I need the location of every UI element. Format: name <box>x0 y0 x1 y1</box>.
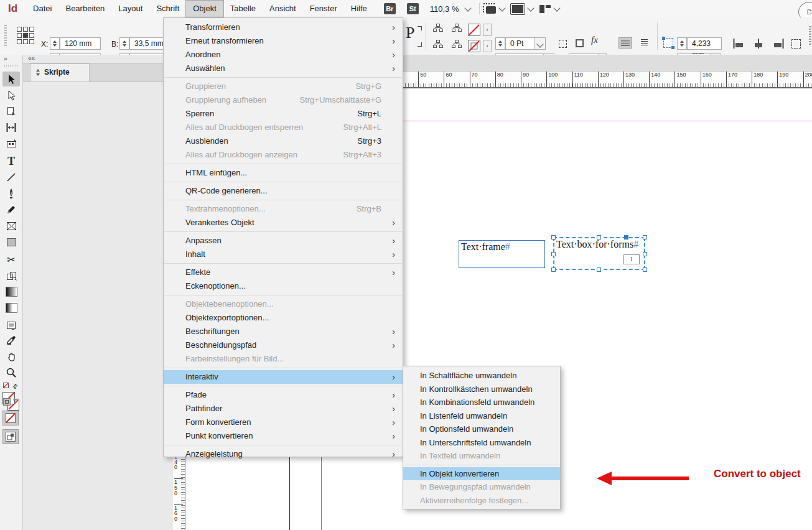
selection-handle[interactable] <box>597 267 601 272</box>
align-left-button[interactable] <box>733 39 744 49</box>
content-collector-tool[interactable] <box>2 136 20 151</box>
menu-item-alles-auf-druckbogen-entsperren[interactable]: Alles auf Druckbogen entsperrenStrg+Alt+… <box>164 121 403 134</box>
direct-selection-tool[interactable] <box>2 88 20 103</box>
menu-item-eckenoptionen[interactable]: Eckenoptionen... <box>164 279 403 293</box>
menu-item-verankertes-objekt[interactable]: Verankertes Objekt› <box>164 216 403 230</box>
menu-item-transformieren[interactable]: Transformieren› <box>164 21 403 34</box>
menubar-item-fenster[interactable]: Fenster <box>303 1 344 17</box>
submenu-item-in-kontrollkästchen-umwandeln[interactable]: In Kontrollkästchen umwandeln <box>403 383 560 396</box>
tab-skripte[interactable]: Skripte <box>30 63 90 81</box>
formatting-toggle[interactable]: T <box>3 397 18 407</box>
menu-item-beschneidungspfad[interactable]: Beschneidungspfad› <box>164 338 403 352</box>
corner-shape-icon[interactable] <box>576 39 584 47</box>
screen-mode-dropdown[interactable] <box>511 4 533 14</box>
type-tool[interactable]: T <box>2 154 20 169</box>
expand-panel-icon[interactable]: » <box>4 55 7 62</box>
collapse-panels-icon[interactable]: «« <box>28 55 35 62</box>
free-transform-tool[interactable] <box>2 268 20 283</box>
form-text-field-frame[interactable]: Text·box·for·forms# I <box>553 237 645 270</box>
hand-tool[interactable] <box>2 349 20 364</box>
reference-point-proxy[interactable] <box>17 27 34 44</box>
pencil-tool[interactable] <box>2 202 20 217</box>
selection-handle[interactable] <box>597 235 601 239</box>
menu-item-anordnen[interactable]: Anordnen› <box>164 48 403 62</box>
stock-button[interactable]: St <box>407 3 419 14</box>
apply-none-button[interactable] <box>2 411 19 425</box>
panel-grip-icon[interactable] <box>4 65 18 67</box>
stroke-weight-field[interactable]: 0 Pt <box>505 37 535 50</box>
selection-handle[interactable] <box>551 267 556 272</box>
menu-item-beschriftungen[interactable]: Beschriftungen› <box>164 325 403 338</box>
menu-item-effekte[interactable]: Effekte› <box>164 266 403 279</box>
submenu-item-in-unterschriftsfeld-umwandeln[interactable]: In Unterschriftsfeld umwandeln <box>403 436 560 450</box>
menubar-item-ansicht[interactable]: Ansicht <box>263 1 303 17</box>
align-right-button[interactable] <box>773 39 784 49</box>
rectangle-tool[interactable] <box>2 235 20 249</box>
stroke-weight-stepper[interactable] <box>495 37 505 50</box>
zoom-level-value[interactable]: 110,3 % <box>430 4 459 14</box>
selection-handle[interactable] <box>643 252 647 256</box>
indent-left-button[interactable] <box>636 37 650 49</box>
submenu-item-in-optionsfeld-umwandeln[interactable]: In Optionsfeld umwandeln <box>403 422 560 436</box>
menu-item-qr-code-generieren[interactable]: QR-Code generieren... <box>164 184 403 198</box>
menu-item-form-konvertieren[interactable]: Form konvertieren› <box>164 416 403 429</box>
menubar-item-bearbeiten[interactable]: Bearbeiten <box>58 1 111 17</box>
menubar-item-tabelle[interactable]: Tabelle <box>223 1 263 17</box>
menu-item-textrahmenoptionen[interactable]: Textrahmenoptionen...Strg+B <box>164 202 403 216</box>
submenu-item-in-kombinationsfeld-umwandeln[interactable]: In Kombinationsfeld umwandeln <box>403 396 560 409</box>
flow-up-icon[interactable] <box>433 24 443 32</box>
menu-item-anpassen[interactable]: Anpassen› <box>164 234 403 248</box>
wrap-offset-field[interactable]: 4,233 mm <box>687 37 722 50</box>
flow-down-icon[interactable] <box>433 40 443 49</box>
selection-tool[interactable] <box>2 72 20 86</box>
menu-item-objektexportoptionen[interactable]: Objektexportoptionen... <box>164 311 403 325</box>
gap-tool[interactable] <box>2 120 20 135</box>
selection-handle[interactable] <box>551 252 556 256</box>
menu-item-gruppierung-aufheben[interactable]: Gruppierung aufhebenStrg+Umschalttaste+G <box>164 93 403 107</box>
selection-handle[interactable] <box>643 235 647 239</box>
scissors-tool[interactable]: ✂ <box>2 252 20 267</box>
pen-tool[interactable] <box>2 186 20 201</box>
wrap-offset-stepper[interactable] <box>677 37 687 50</box>
zoom-dropdown-icon[interactable] <box>464 4 471 11</box>
panel-grip-icon[interactable] <box>809 26 811 46</box>
effects-button[interactable]: fx <box>591 35 598 45</box>
menu-item-ausblenden[interactable]: AusblendenStrg+3 <box>164 134 403 148</box>
menu-item-gruppieren[interactable]: GruppierenStrg+G <box>164 80 403 93</box>
submenu-item-in-textfeld-umwandeln[interactable]: In Textfeld umwandeln <box>403 449 560 463</box>
text-frame[interactable]: Text·frame# <box>459 240 545 268</box>
fill-none-swatch[interactable] <box>468 40 480 52</box>
line-tool[interactable] <box>2 170 20 185</box>
align-justify-button[interactable] <box>618 37 632 49</box>
menu-item-farbeinstellungen-für-bild[interactable]: Farbeinstellungen für Bild... <box>164 352 403 366</box>
stroke-none-swatch[interactable] <box>468 24 480 36</box>
menubar-item-hilfe[interactable]: Hilfe <box>344 1 374 17</box>
note-tool[interactable] <box>2 318 20 333</box>
swap-fill-stroke-icon[interactable]: ⇄ <box>11 382 19 391</box>
eyedropper-tool[interactable] <box>2 333 20 348</box>
stroke-expand-button[interactable]: › <box>483 24 492 36</box>
menu-item-pathfinder[interactable]: Pathfinder› <box>164 402 403 416</box>
menu-item-anzeigeleistung[interactable]: Anzeigeleistung› <box>164 447 403 461</box>
submenu-item-in-objekt-konvertieren[interactable]: In Objekt konvertieren <box>403 467 560 481</box>
submenu-item-in-listenfeld-umwandeln[interactable]: In Listenfeld umwandeln <box>403 409 560 423</box>
gradient-swatch-tool[interactable] <box>2 284 20 299</box>
view-options-dropdown[interactable] <box>486 4 505 14</box>
align-center-button[interactable] <box>753 39 764 49</box>
page-tool[interactable] <box>2 104 20 119</box>
menubar-item-objekt[interactable]: Objekt <box>186 1 223 17</box>
menubar-item-layout[interactable]: Layout <box>111 1 149 17</box>
submenu-item-aktivierreihenfolge-festlegen[interactable]: Aktivierreihenfolge festlegen... <box>403 494 560 508</box>
selection-handle-active[interactable] <box>624 235 628 239</box>
flow-left-icon[interactable] <box>452 24 462 32</box>
menu-item-sperren[interactable]: SperrenStrg+L <box>164 107 403 121</box>
selection-handle[interactable] <box>551 235 556 239</box>
menu-item-pfade[interactable]: Pfade› <box>164 388 403 402</box>
stroke-weight-dropdown[interactable] <box>534 37 546 50</box>
default-fill-stroke-icon[interactable] <box>3 383 11 392</box>
submenu-item-in-bewegungspfad-umwandeln[interactable]: In Bewegungspfad umwandeln <box>403 480 560 494</box>
fill-expand-button[interactable]: › <box>483 40 492 52</box>
menu-item-alles-auf-druckbogen-anzeigen[interactable]: Alles auf Druckbogen anzeigenStrg+Alt+3 <box>164 148 403 162</box>
menu-item-auswählen[interactable]: Auswählen› <box>164 62 403 75</box>
apply-gradient-button[interactable] <box>2 429 19 444</box>
